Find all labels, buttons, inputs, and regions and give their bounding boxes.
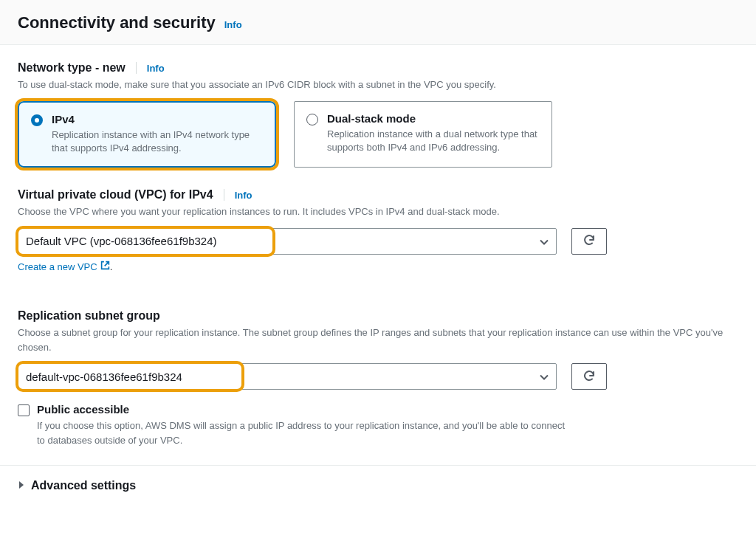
page-title: Connectivity and security (18, 13, 216, 32)
advanced-settings-toggle[interactable]: Advanced settings (0, 466, 756, 506)
create-vpc-text: Create a new VPC (18, 261, 97, 272)
advanced-settings-label: Advanced settings (31, 479, 136, 492)
public-accessible-row: Public accessible If you choose this opt… (18, 403, 738, 447)
chevron-down-icon (540, 371, 549, 383)
header-info-link[interactable]: Info (224, 19, 242, 30)
vpc-select-row: Default VPC (vpc-068136fee61f9b324) (18, 228, 738, 255)
public-accessible-desc: If you choose this option, AWS DMS will … (37, 418, 568, 447)
network-type-option-ipv4[interactable]: IPv4 Replication instance with an IPv4 n… (18, 101, 276, 168)
create-vpc-row: Create a new VPC . (18, 261, 738, 294)
subnet-label: Replication subnet group (18, 309, 160, 323)
vpc-select[interactable]: Default VPC (vpc-068136fee61f9b324) (18, 228, 557, 255)
vpc-header: Virtual private cloud (VPC) for IPv4 Inf… (18, 188, 738, 202)
option-title: Dual-stack mode (327, 112, 540, 125)
subnet-desc: Choose a subnet group for your replicati… (18, 326, 738, 354)
network-type-option-dual[interactable]: Dual-stack mode Replication instance wit… (294, 101, 552, 168)
subnet-header: Replication subnet group (18, 309, 738, 323)
divider (224, 189, 224, 201)
vpc-desc: Choose the VPC where you want your repli… (18, 204, 738, 219)
option-desc: Replication instance with an IPv4 networ… (52, 128, 263, 156)
network-type-block: Network type - new Info To use dual-stac… (18, 61, 738, 168)
network-type-label: Network type - new (18, 61, 126, 75)
subnet-selected-value: default-vpc-068136fee61f9b324 (26, 371, 182, 383)
create-vpc-period: . (110, 261, 113, 272)
vpc-refresh-button[interactable] (571, 228, 607, 255)
subnet-select[interactable]: default-vpc-068136fee61f9b324 (18, 363, 557, 390)
subnet-block: Replication subnet group Choose a subnet… (18, 309, 738, 390)
divider (136, 62, 137, 74)
network-type-desc: To use dual-stack mode, make sure that y… (18, 78, 738, 92)
refresh-icon (583, 369, 596, 385)
create-vpc-link[interactable]: Create a new VPC (18, 261, 110, 272)
caret-right-icon (18, 480, 25, 492)
vpc-selected-value: Default VPC (vpc-068136fee61f9b324) (26, 235, 217, 247)
network-type-info-link[interactable]: Info (147, 63, 165, 74)
vpc-block: Virtual private cloud (VPC) for IPv4 Inf… (18, 188, 738, 293)
vpc-label: Virtual private cloud (VPC) for IPv4 (18, 188, 213, 202)
subnet-select-row: default-vpc-068136fee61f9b324 (18, 363, 738, 390)
option-title: IPv4 (52, 113, 263, 125)
option-desc: Replication instance with a dual network… (327, 128, 540, 156)
content-area: Network type - new Info To use dual-stac… (0, 45, 756, 447)
public-accessible-label: Public accessible (37, 403, 568, 416)
network-type-header: Network type - new Info (18, 61, 738, 75)
section-header: Connectivity and security Info (0, 0, 756, 45)
network-type-options: IPv4 Replication instance with an IPv4 n… (18, 101, 738, 168)
radio-icon (31, 114, 43, 126)
external-link-icon (100, 261, 110, 272)
radio-icon (306, 114, 318, 125)
chevron-down-icon (540, 235, 549, 247)
subnet-refresh-button[interactable] (571, 363, 607, 390)
public-accessible-checkbox[interactable] (18, 404, 30, 416)
refresh-icon (583, 233, 596, 249)
vpc-info-link[interactable]: Info (235, 190, 252, 201)
